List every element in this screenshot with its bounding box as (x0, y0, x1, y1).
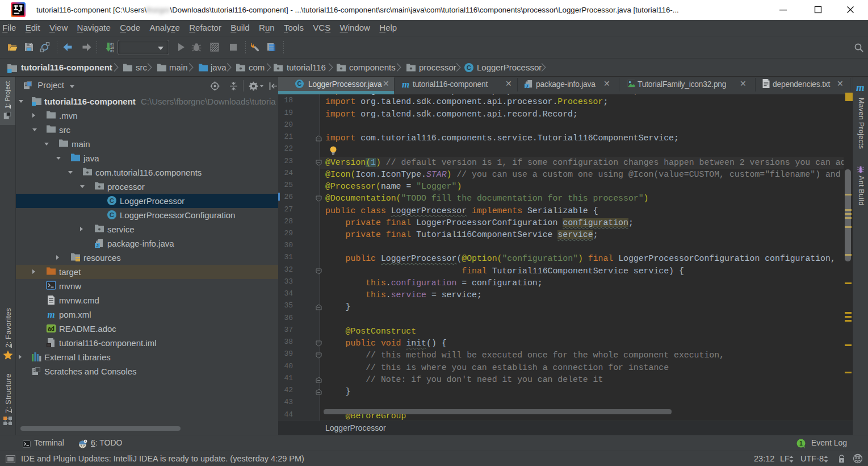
svg-text:01: 01 (110, 49, 115, 52)
svg-text:ad: ad (48, 326, 54, 332)
svg-text:C: C (110, 197, 114, 204)
svg-text:J: J (526, 84, 528, 89)
svg-text:J: J (96, 243, 98, 248)
svg-text:C: C (297, 80, 302, 87)
svg-text:1: 1 (799, 440, 803, 447)
svg-text:C: C (110, 211, 114, 218)
svg-text:m: m (47, 309, 54, 319)
svg-text:C: C (467, 64, 471, 71)
